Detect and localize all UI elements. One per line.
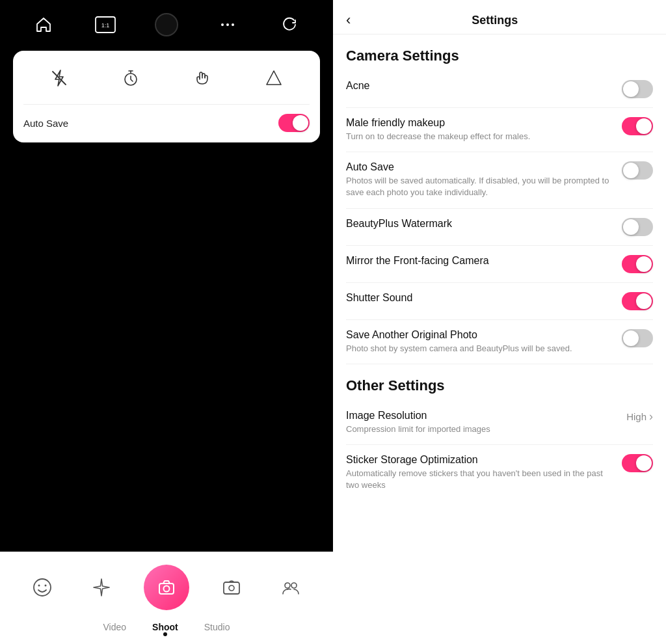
male-makeup-label: Male friendly makeup bbox=[346, 117, 611, 129]
face-scan-icon[interactable] bbox=[215, 571, 248, 604]
sticker-storage-right bbox=[622, 454, 653, 472]
sparkle-icon[interactable] bbox=[85, 571, 118, 604]
svg-point-14 bbox=[229, 585, 234, 591]
bottom-tabs: Video Shoot Studio bbox=[13, 617, 320, 637]
rotate-icon[interactable] bbox=[275, 10, 304, 39]
ratio-icon[interactable]: 1:1 bbox=[91, 10, 120, 39]
svg-point-16 bbox=[291, 583, 297, 588]
watermark-text: BeautyPlus Watermark bbox=[346, 218, 611, 231]
sticker-storage-row: Sticker Storage Optimization Automatical… bbox=[346, 445, 653, 500]
male-makeup-toggle[interactable] bbox=[622, 117, 653, 135]
image-resolution-label: Image Resolution bbox=[346, 410, 616, 422]
auto-save-settings-desc: Photos will be saved automatically. If d… bbox=[346, 175, 611, 198]
watermark-right bbox=[622, 218, 653, 236]
other-settings-title: Other Settings bbox=[346, 377, 653, 394]
gesture-icon[interactable] bbox=[188, 64, 217, 92]
svg-rect-11 bbox=[159, 584, 174, 594]
watermark-toggle[interactable] bbox=[622, 218, 653, 236]
auto-save-settings-toggle[interactable] bbox=[622, 161, 653, 180]
auto-save-toggle[interactable] bbox=[278, 114, 310, 132]
settings-body: Camera Settings Acne Male friendly makeu… bbox=[333, 34, 666, 500]
image-resolution-chevron: › bbox=[649, 410, 653, 423]
camera-panel: 1:1 bbox=[0, 0, 333, 644]
svg-point-2 bbox=[221, 23, 224, 26]
auto-save-settings-right bbox=[622, 161, 653, 180]
watermark-label: BeautyPlus Watermark bbox=[346, 218, 611, 230]
acne-label: Acne bbox=[346, 80, 611, 92]
settings-header: ‹ Settings bbox=[333, 0, 666, 34]
svg-point-10 bbox=[45, 585, 47, 587]
acne-right bbox=[622, 80, 653, 98]
flash-off-icon[interactable] bbox=[45, 64, 73, 92]
camera-settings-title: Camera Settings bbox=[346, 47, 653, 64]
acne-text: Acne bbox=[346, 80, 611, 93]
tab-video[interactable]: Video bbox=[103, 622, 127, 635]
mirror-toggle[interactable] bbox=[622, 255, 653, 273]
male-makeup-text: Male friendly makeup Turn on to decrease… bbox=[346, 117, 611, 142]
shape-settings-icon[interactable] bbox=[260, 64, 288, 92]
bottom-icons bbox=[13, 565, 320, 610]
original-photo-right bbox=[622, 329, 653, 347]
svg-point-15 bbox=[285, 583, 290, 588]
sticker-storage-desc: Automatically remove stickers that you h… bbox=[346, 468, 611, 491]
male-makeup-row: Male friendly makeup Turn on to decrease… bbox=[346, 108, 653, 152]
svg-point-4 bbox=[232, 23, 234, 26]
sticker-storage-text: Sticker Storage Optimization Automatical… bbox=[346, 454, 611, 491]
svg-point-8 bbox=[34, 579, 51, 596]
mirror-right bbox=[622, 255, 653, 273]
original-photo-toggle[interactable] bbox=[622, 329, 653, 347]
auto-save-row: Auto Save bbox=[23, 114, 310, 132]
home-icon[interactable] bbox=[29, 10, 58, 39]
image-resolution-right: High › bbox=[626, 410, 653, 423]
settings-title: Settings bbox=[358, 14, 631, 27]
image-resolution-row[interactable]: Image Resolution Compression limit for i… bbox=[346, 401, 653, 445]
settings-panel: ‹ Settings Camera Settings Acne Male fri… bbox=[333, 0, 666, 644]
svg-rect-13 bbox=[224, 582, 239, 594]
svg-point-3 bbox=[226, 23, 229, 26]
svg-point-12 bbox=[163, 586, 169, 592]
tab-studio[interactable]: Studio bbox=[204, 622, 230, 635]
sticker-storage-toggle[interactable] bbox=[622, 454, 653, 472]
tab-shoot[interactable]: Shoot bbox=[152, 622, 178, 635]
more-options-icon[interactable] bbox=[213, 10, 242, 39]
mirror-row: Mirror the Front-facing Camera bbox=[346, 246, 653, 283]
auto-save-label: Auto Save bbox=[23, 118, 68, 129]
mirror-label: Mirror the Front-facing Camera bbox=[346, 255, 611, 267]
shutter-right bbox=[622, 292, 653, 310]
top-toolbar: 1:1 bbox=[0, 0, 333, 46]
svg-text:1:1: 1:1 bbox=[101, 22, 109, 29]
acne-toggle[interactable] bbox=[622, 80, 653, 98]
bottom-controls: Video Shoot Studio bbox=[0, 552, 333, 644]
sticker-storage-label: Sticker Storage Optimization bbox=[346, 454, 611, 466]
male-makeup-right bbox=[622, 117, 653, 135]
group-icon[interactable] bbox=[274, 571, 307, 604]
image-resolution-desc: Compression limit for imported images bbox=[346, 423, 616, 435]
shutter-text: Shutter Sound bbox=[346, 292, 611, 305]
dropdown-icons bbox=[23, 64, 310, 92]
auto-save-settings-text: Auto Save Photos will be saved automatic… bbox=[346, 161, 611, 198]
acne-row: Acne bbox=[346, 71, 653, 108]
capture-mode-icon[interactable] bbox=[152, 10, 181, 39]
emoji-icon[interactable] bbox=[26, 571, 59, 604]
timer-icon[interactable] bbox=[116, 64, 145, 92]
original-photo-row: Save Another Original Photo Photo shot b… bbox=[346, 320, 653, 364]
shutter-toggle[interactable] bbox=[622, 292, 653, 310]
watermark-row: BeautyPlus Watermark bbox=[346, 209, 653, 246]
shutter-row: Shutter Sound bbox=[346, 283, 653, 320]
image-resolution-text: Image Resolution Compression limit for i… bbox=[346, 410, 616, 435]
dropdown-panel: Auto Save bbox=[13, 51, 320, 142]
shutter-label: Shutter Sound bbox=[346, 292, 611, 304]
svg-point-9 bbox=[38, 585, 40, 587]
original-photo-desc: Photo shot by system camera and BeautyPl… bbox=[346, 343, 611, 355]
original-photo-label: Save Another Original Photo bbox=[346, 329, 611, 341]
male-makeup-desc: Turn on to decrease the makeup effect fo… bbox=[346, 131, 611, 142]
svg-marker-7 bbox=[267, 71, 281, 85]
image-resolution-value: High bbox=[626, 411, 646, 422]
back-button[interactable]: ‹ bbox=[346, 13, 351, 27]
original-photo-text: Save Another Original Photo Photo shot b… bbox=[346, 329, 611, 355]
auto-save-settings-label: Auto Save bbox=[346, 161, 611, 173]
shoot-button[interactable] bbox=[144, 565, 189, 610]
mirror-text: Mirror the Front-facing Camera bbox=[346, 255, 611, 268]
auto-save-settings-row: Auto Save Photos will be saved automatic… bbox=[346, 152, 653, 208]
